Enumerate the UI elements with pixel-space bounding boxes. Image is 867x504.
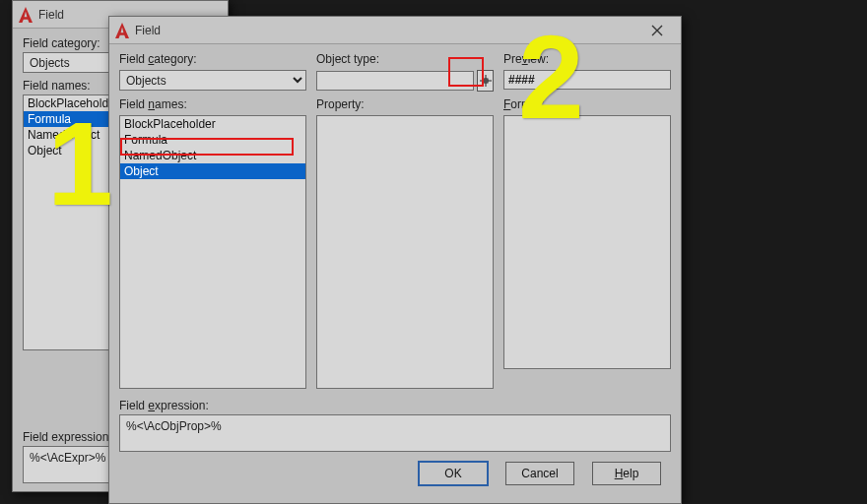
autocad-logo-icon [115,23,129,38]
property-list[interactable] [316,115,494,389]
help-button[interactable]: Help [592,462,661,485]
list-item[interactable]: BlockPlaceholder [120,116,305,132]
cancel-button[interactable]: Cancel [505,462,574,485]
list-item[interactable]: Object [120,163,305,179]
ok-button[interactable]: OK [419,462,488,485]
window-title: Field [38,8,64,22]
autocad-logo-icon [19,7,33,23]
field-names-label: Field names: [119,97,306,111]
list-item[interactable]: Formula [120,132,305,148]
field-dialog-front: Field Field category: Object type: Previ… [108,16,682,504]
close-icon [651,25,663,36]
field-names-list[interactable]: BlockPlaceholder Formula NamedObject Obj… [119,115,306,389]
field-expression-label: Field expression: [119,399,671,412]
property-label: Property: [316,97,494,111]
preview-output [503,70,671,90]
list-item[interactable]: NamedObject [120,148,305,163]
titlebar: Field [109,17,681,44]
object-type-input[interactable] [316,71,474,91]
format-label: Format: [503,97,671,111]
dialog-button-row: OK Cancel Help [119,456,671,495]
window-title: Field [135,24,161,37]
preview-label: Preview: [503,52,671,66]
close-button[interactable] [639,20,675,41]
select-object-button[interactable] [477,70,494,92]
field-category-label: Field category: [119,52,306,66]
object-type-label: Object type: [316,52,494,66]
format-list[interactable] [503,115,671,369]
field-expression-output: %<\AcObjProp>% [119,414,671,452]
field-category-select[interactable]: Objects [119,70,306,91]
crosshair-icon [479,74,493,88]
